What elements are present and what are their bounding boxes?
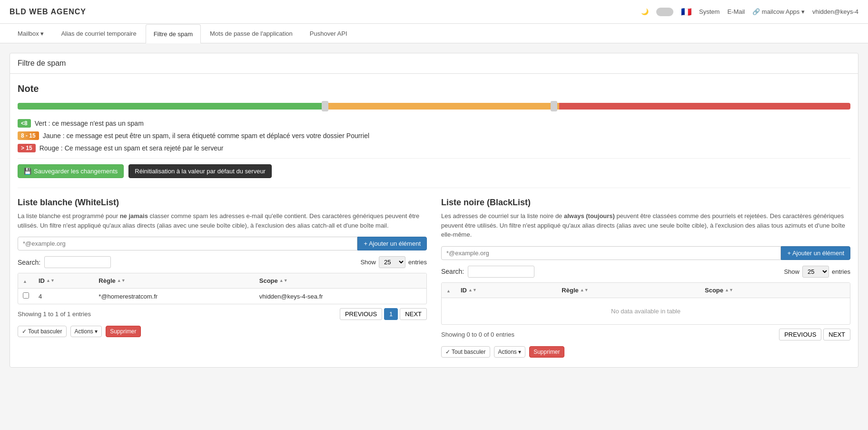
spam-slider[interactable] [18,101,850,111]
whitelist-pagination-row: Showing 1 to 1 of 1 entries PREVIOUS 1 N… [18,308,427,320]
note-title: Note [18,83,850,94]
legend-item-red: > 15 Rouge : Ce message est un spam et s… [18,144,850,152]
system-menu[interactable]: System [699,8,720,15]
blacklist-table: ▲ ID ▲▼ [442,283,850,324]
slider-handle-1[interactable] [322,101,328,111]
slider-track [18,103,850,110]
blacklist-input[interactable] [441,246,781,260]
navbar-right: 🌙 🇫🇷 System E-Mail 🔗 mailcow Apps ▾ vhid… [641,7,858,17]
blacklist-col-id[interactable]: ID ▲▼ [456,283,557,298]
row-regle: *@homerestratcom.fr [94,289,254,304]
note-section: Note <8 Vert : ce message n'est pas un s… [18,83,850,178]
card-title: Filtre de spam [10,53,858,74]
legend-red-text: Rouge : Ce message est un spam et sera r… [39,144,224,152]
tab-pushover[interactable]: Pushover API [302,24,355,43]
whitelist-actions-row: ✓ Tout basculer Actions ▾ Supprimer [18,326,427,337]
save-icon: 💾 [24,168,31,175]
blacklist-table-wrapper: ▲ ID ▲▼ [441,282,850,325]
slider-green [18,103,326,110]
whitelist-delete-btn[interactable]: Supprimer [106,326,140,337]
tab-mailbox[interactable]: Mailbox ▾ [10,24,52,43]
blacklist-col-scope[interactable]: Scope ▲▼ [700,283,850,298]
blacklist-toggle-all-btn[interactable]: ✓ Tout basculer [441,346,490,358]
blacklist-col-check: ▲ [442,283,456,298]
row-id: 4 [34,289,94,304]
blacklist-search-label: Search: [441,268,464,275]
whitelist-title: Liste blanche (WhiteList) [18,198,427,208]
whitelist-col-scope[interactable]: Scope ▲▼ [255,273,426,289]
blacklist-add-button[interactable]: + Ajouter un élément [781,246,850,260]
blacklist-section: Liste noire (BlackList) Les adresses de … [441,198,850,358]
legend-green-text: Vert : ce message n'est pas un spam [35,120,144,127]
user-menu[interactable]: vhidden@keys-4 [812,8,858,15]
save-button[interactable]: 💾 Sauvegarder les changements [18,164,124,178]
whitelist-pagination: PREVIOUS 1 NEXT [340,308,427,320]
lists-container: Liste blanche (WhiteList) La liste blanc… [18,198,850,358]
legend-yellow-text: Jaune : ce message est peut être un spam… [43,132,369,140]
whitelist-search-label: Search: [18,259,40,266]
blacklist-pagination: PREVIOUS NEXT [779,329,850,340]
whitelist-showing: Showing 1 to 1 of 1 entries [18,310,91,318]
legend-item-yellow: 8 - 15 Jaune : ce message est peut être … [18,131,850,140]
slider-yellow [326,103,559,110]
whitelist-actions-btn[interactable]: Actions ▾ [70,326,102,337]
badge-yellow: 8 - 15 [18,131,39,140]
blacklist-show-select[interactable]: 10 25 50 100 [802,266,829,278]
badge-red: > 15 [18,144,36,152]
whitelist-col-regle[interactable]: Règle ▲▼ [94,273,254,289]
main-content: Filtre de spam Note <8 [0,43,868,387]
tab-apppassword[interactable]: Mots de passe de l'application [202,24,301,43]
navbar: BLD WEB AGENCY 🌙 🇫🇷 System E-Mail 🔗 mail… [0,0,868,24]
reset-button[interactable]: Réinitialisation à la valeur par défaut … [128,164,272,178]
whitelist-add-button[interactable]: + Ajouter un élément [357,237,427,250]
blacklist-delete-btn[interactable]: Supprimer [529,346,564,358]
language-flag[interactable]: 🇫🇷 [681,7,691,17]
whitelist-desc: La liste blanche est programmé pour ne j… [18,211,427,230]
whitelist-section: Liste blanche (WhiteList) La liste blanc… [18,198,427,358]
blacklist-prev-btn[interactable]: PREVIOUS [779,329,821,340]
whitelist-toggle-all-btn[interactable]: ✓ Tout basculer [18,326,67,337]
slider-red [559,103,851,110]
row-scope: vhidden@keys-4-sea.fr [255,289,426,304]
tab-alias[interactable]: Alias de courriel temporaire [53,24,144,43]
whitelist-col-id[interactable]: ID ▲▼ [34,273,94,289]
blacklist-actions-row: ✓ Tout basculer Actions ▾ Supprimer [441,346,850,358]
whitelist-search-row: Search: Show 10 25 50 100 entries [18,256,427,268]
whitelist-input[interactable] [18,237,357,250]
whitelist-search-input[interactable] [44,256,111,268]
blacklist-add-row: + Ajouter un élément [441,246,850,260]
whitelist-add-row: + Ajouter un élément [18,237,427,250]
blacklist-search-input[interactable] [468,266,534,278]
row-check[interactable] [18,289,34,304]
whitelist-table-wrapper: ▲ ID ▲▼ [18,273,427,304]
blacklist-pagination-row: Showing 0 to 0 of 0 entries PREVIOUS NEX… [441,329,850,340]
tabs-bar: Mailbox ▾ Alias de courriel temporaire F… [0,24,868,43]
spam-card: Filtre de spam Note <8 [10,53,858,368]
whitelist-page-1[interactable]: 1 [384,308,398,320]
email-menu[interactable]: E-Mail [727,8,745,15]
whitelist-col-check: ▲ [18,273,34,289]
badge-green: <8 [18,119,31,128]
card-body: Note <8 Vert : ce message n'est pas un s… [10,74,858,367]
legend-item-green: <8 Vert : ce message n'est pas un spam [18,119,850,128]
slider-handle-2[interactable] [551,101,557,111]
whitelist-prev-btn[interactable]: PREVIOUS [340,308,382,320]
blacklist-showing: Showing 0 to 0 of 0 entries [441,331,514,338]
blacklist-desc: Les adresses de courriel sur la liste no… [441,211,850,240]
table-row: 4 *@homerestratcom.fr vhidden@keys-4-sea… [18,289,426,304]
save-reset-row: 💾 Sauvegarder les changements Réinitiali… [18,164,850,178]
dark-mode-toggle[interactable] [656,8,673,16]
whitelist-show-select[interactable]: 10 25 50 100 [379,256,405,268]
blacklist-next-btn[interactable]: NEXT [823,329,850,340]
whitelist-table: ▲ ID ▲▼ [18,273,426,304]
blacklist-no-data: No data available in table [442,298,850,324]
tab-spam[interactable]: Filtre de spam [146,24,201,43]
whitelist-next-btn[interactable]: NEXT [400,308,427,320]
blacklist-col-regle[interactable]: Règle ▲▼ [557,283,700,298]
blacklist-actions-btn[interactable]: Actions ▾ [494,346,526,358]
blacklist-search-row: Search: Show 10 25 50 100 entries [441,266,850,278]
moon-icon: 🌙 [641,8,649,15]
blacklist-title: Liste noire (BlackList) [441,198,850,208]
apps-menu[interactable]: 🔗 mailcow Apps ▾ [752,8,805,15]
brand: BLD WEB AGENCY [10,8,86,16]
